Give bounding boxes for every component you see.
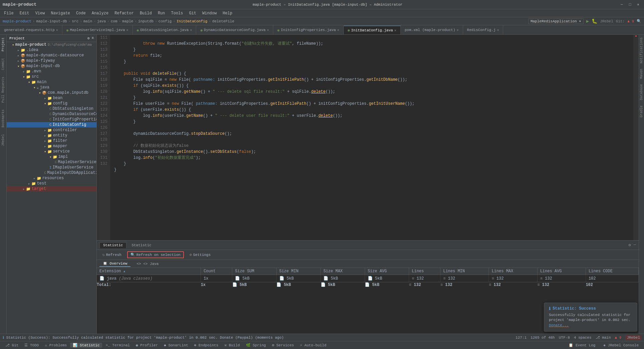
- tab-init-data-config[interactable]: ◉ InitDataConfig.java ✕: [344, 26, 401, 34]
- tree-mvn[interactable]: ▸ 📁 .mvn: [7, 69, 96, 74]
- sub-tab-java[interactable]: <> <> Java: [133, 261, 162, 267]
- commit-panel-icon[interactable]: Commit: [1, 58, 5, 70]
- breadcrumb-project[interactable]: maple-product: [3, 19, 31, 23]
- taskbar-event-log[interactable]: 📋 Event Log: [566, 343, 598, 348]
- tab-maple-user-service-impl[interactable]: ◉ MapleUserServiceImpl.java ✕: [62, 26, 133, 34]
- status-branch[interactable]: ⎇ main: [596, 335, 611, 340]
- error-count[interactable]: ▲ 9: [627, 19, 634, 23]
- breadcrumb-inputdb[interactable]: inputdb: [138, 19, 153, 23]
- breadcrumb-src[interactable]: src: [72, 19, 78, 23]
- menu-edit[interactable]: Edit: [17, 10, 32, 16]
- taskbar-profiler[interactable]: ◉ Profiler: [133, 343, 160, 348]
- breadcrumb-initdataconfig[interactable]: InitDataConfig: [177, 19, 207, 23]
- tree-imaple-user-service[interactable]: I IMapleUserService: [7, 165, 96, 170]
- status-jrebel[interactable]: JRebel: [625, 335, 641, 340]
- run-config-dropdown[interactable]: MapleRedisApplication ▾: [528, 18, 584, 24]
- database-icon[interactable]: Database: [640, 84, 643, 100]
- col-size-avg[interactable]: Size AVG: [365, 268, 409, 275]
- taskbar-todo[interactable]: ☰ TODO: [22, 343, 41, 348]
- close-tab-generated[interactable]: ✕: [56, 28, 58, 32]
- menu-build[interactable]: Build: [137, 10, 154, 16]
- code-lines[interactable]: throw new RuntimeException(String.format…: [110, 35, 633, 240]
- col-size-max[interactable]: Size MAX: [321, 268, 365, 275]
- col-lines[interactable]: Lines: [409, 268, 440, 275]
- minimize-btn[interactable]: ─: [619, 2, 625, 7]
- status-lines[interactable]: 1265 of 48h: [531, 336, 555, 340]
- tab-init-config-properties[interactable]: ◉ InitConfigProperties.java ✕: [273, 26, 344, 34]
- tree-maple-user-service-impl[interactable]: C MapleUserServiceIm...: [7, 159, 96, 165]
- menu-help[interactable]: Help: [220, 10, 235, 16]
- breadcrumb-deletefile[interactable]: deleteFile: [212, 19, 234, 23]
- status-encoding[interactable]: UTF-8: [559, 336, 570, 340]
- settings-button[interactable]: ⚙ Settings: [187, 252, 214, 258]
- tree-target[interactable]: ▸ 📁 target: [7, 186, 96, 192]
- code-content[interactable]: 111 112 113 114 115 116 117 118 119 120 …: [97, 35, 639, 240]
- close-tab-init-config[interactable]: ✕: [337, 28, 339, 32]
- col-extension[interactable]: Extension ▲: [97, 268, 201, 275]
- tree-service[interactable]: ▾ 📁 service: [7, 149, 96, 154]
- taskbar-auto-build[interactable]: ⚡ Auto-build: [297, 343, 329, 348]
- tree-filter[interactable]: ▸ 📁 filter: [7, 138, 96, 143]
- breadcrumb-com[interactable]: com: [111, 19, 117, 23]
- taskbar-jrebel-console[interactable]: ◈ JRebel Console: [601, 343, 641, 348]
- tree-dynamic-datasource-co[interactable]: C DynamicDatasourceCo...: [7, 111, 96, 117]
- status-errors[interactable]: ▲ 9: [615, 336, 622, 340]
- panel-minimize-icon[interactable]: ─: [634, 243, 636, 248]
- close-tab-pom[interactable]: ✕: [457, 28, 459, 32]
- col-lines-min[interactable]: Lines MIN: [440, 268, 489, 275]
- tree-mapper[interactable]: ▸ 📁 mapper: [7, 143, 96, 149]
- breadcrumb-maple[interactable]: maple: [122, 19, 133, 23]
- taskbar-problems[interactable]: ⚠ Problems: [42, 343, 69, 348]
- taskbar-spring[interactable]: 🌿 Spring: [243, 343, 269, 348]
- tab-dynamic-datasource-config[interactable]: ◉ DynamicDatasourceConfig.java ✕: [196, 26, 273, 34]
- status-position[interactable]: 127:1: [516, 336, 527, 340]
- menu-view[interactable]: View: [33, 10, 48, 16]
- sub-tab-overview[interactable]: 🔲 Overview: [99, 261, 130, 267]
- col-size-min[interactable]: Size MIN: [276, 268, 320, 275]
- jrebel-icon[interactable]: JRebel: [1, 134, 5, 146]
- maven-icon[interactable]: Maven: [640, 69, 643, 79]
- notification-donate-link[interactable]: Donate...: [549, 323, 569, 327]
- tree-java[interactable]: ▾ ☕ java: [7, 85, 96, 90]
- tree-main[interactable]: ▾ 📁 main: [7, 79, 96, 85]
- close-tab-dbstatus[interactable]: ✕: [190, 28, 192, 32]
- taskbar-build[interactable]: ⚒ Build: [222, 343, 242, 348]
- status-indent[interactable]: 4 spaces: [574, 336, 592, 340]
- pull-requests-icon[interactable]: Pull Requests: [1, 77, 5, 103]
- bookmarks-icon[interactable]: Bookmarks: [1, 109, 5, 127]
- col-lines-code[interactable]: Lines CODE: [586, 268, 638, 275]
- taskbar-statistic[interactable]: 📊 Statistic: [70, 343, 102, 348]
- menu-navigate[interactable]: Navigate: [48, 10, 73, 16]
- tree-test[interactable]: ▸ 📁 test: [7, 181, 96, 186]
- tree-maple-inputdb-app[interactable]: C MapleInputDbApplication: [7, 170, 96, 176]
- close-tab-redis[interactable]: ✕: [497, 28, 499, 32]
- taskbar-terminal[interactable]: >_ Terminal: [103, 343, 132, 348]
- tree-init-data-config[interactable]: C InitDataConfig: [7, 122, 96, 127]
- tree-entity[interactable]: ▸ 📁 entity: [7, 133, 96, 138]
- project-panel-icon[interactable]: Project: [1, 37, 5, 51]
- code-editor[interactable]: 111 112 113 114 115 116 117 118 119 120 …: [97, 35, 639, 240]
- col-size-sum[interactable]: Size SUM: [232, 268, 276, 275]
- taskbar-sonarlint[interactable]: ◆ SonarLint: [161, 343, 191, 348]
- maximize-btn[interactable]: □: [627, 2, 633, 7]
- debug-btn[interactable]: 🐛: [592, 18, 597, 24]
- tree-controller[interactable]: ▸ 📁 controller: [7, 127, 96, 133]
- menu-refactor[interactable]: Refactor: [112, 10, 136, 16]
- tree-maple-product[interactable]: ▾ maple-product D:\zhangfuzeng\code\ma: [7, 42, 96, 47]
- panel-tab-statistic-1[interactable]: Statistic: [99, 242, 126, 248]
- gradle-icon[interactable]: Gradle: [640, 105, 643, 117]
- menu-tools[interactable]: Tools: [169, 10, 186, 16]
- taskbar-git[interactable]: ⎇ Git: [3, 343, 21, 348]
- taskbar-services[interactable]: ⚙ Services: [269, 343, 297, 348]
- panel-settings-icon[interactable]: ⚙: [629, 243, 631, 248]
- tree-com-maple[interactable]: ▾ 📦 com.maple.inputdb: [7, 90, 96, 95]
- tree-dbstatus-singleton[interactable]: C DbStatusSingleton: [7, 106, 96, 111]
- run-btn[interactable]: ▶: [586, 18, 589, 24]
- menu-file[interactable]: File: [1, 10, 16, 16]
- close-tab-maple-user[interactable]: ✕: [126, 28, 128, 32]
- tree-maple-dynamic[interactable]: ▸ 📦 maple-dynamic-datasource: [7, 53, 96, 58]
- col-lines-avg[interactable]: Lines AVG: [537, 268, 586, 275]
- menu-window[interactable]: Window: [200, 10, 219, 16]
- panel-tab-statistic-2[interactable]: Statistic: [128, 242, 155, 248]
- tree-idea[interactable]: ▸ 📁 .idea: [7, 47, 96, 53]
